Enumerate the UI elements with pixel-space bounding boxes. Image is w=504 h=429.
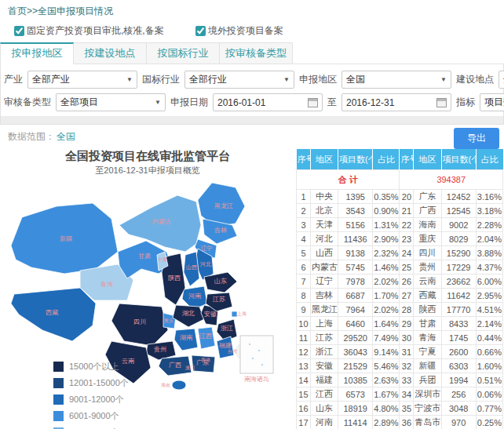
filter-label: 审核备类型	[4, 96, 51, 109]
count-cell: 11414	[338, 416, 373, 429]
export-button[interactable]: 导出	[454, 128, 499, 149]
filter-value: 全部行业	[189, 73, 227, 86]
region-cell: 海南	[414, 218, 441, 232]
start-date-input[interactable]: 2016-01-01	[213, 93, 323, 111]
tab-3[interactable]: 按国标行业	[147, 42, 220, 64]
count-cell: 3543	[338, 204, 373, 218]
legend-swatch-icon	[53, 378, 64, 388]
table-row: 13安徽215295.46%32新疆63031.60%	[297, 359, 503, 373]
data-range-value[interactable]: 全国	[57, 130, 75, 144]
checkbox-label: 固定资产投资项目审批,核准,备案	[27, 24, 164, 38]
pct-cell: 9.14%	[373, 345, 400, 359]
panel-footer-strip	[1, 116, 503, 124]
count-cell: 23662	[441, 274, 476, 289]
province-label: 陕西	[168, 274, 181, 282]
rank-cell: 33	[400, 373, 414, 387]
overseas-checkbox[interactable]	[195, 26, 206, 36]
count-cell: 7964	[338, 303, 373, 317]
legend-label: 15000个以上	[69, 361, 119, 373]
review-type-select[interactable]: 全部项目▼	[56, 93, 166, 111]
pct-cell: 0.25%	[476, 416, 502, 429]
province-label: 四川	[133, 318, 146, 325]
column-header: 序号	[400, 149, 414, 170]
pct-cell: 2.89%	[373, 416, 400, 429]
region-cell: 西藏	[414, 289, 441, 303]
checkbox-fixed-asset[interactable]: 固定资产投资项目审批,核准,备案	[14, 24, 164, 38]
region-label: 澳门	[185, 365, 195, 371]
table-row: 14福建103852.63%33兵团19940.51%	[297, 373, 503, 387]
rank-cell: 36	[400, 416, 414, 429]
pct-cell: 0.35%	[373, 190, 400, 204]
count-cell: 1745	[441, 331, 476, 345]
count-cell: 5156	[338, 218, 373, 232]
indicator-select[interactable]: 项目数▼	[480, 93, 504, 111]
rank-cell: 29	[400, 317, 414, 331]
filter-field: 国标行业全部行业▼	[142, 71, 299, 89]
pct-cell: 3.88%	[476, 246, 502, 260]
rank-cell: 26	[400, 274, 414, 289]
calendar-icon	[308, 98, 318, 107]
filter-label: 国标行业	[142, 73, 180, 86]
filter-label: 建设地点	[456, 73, 494, 86]
rank-cell: 6	[297, 260, 311, 274]
pct-cell: 2.02%	[373, 303, 400, 317]
count-cell: 12545	[441, 204, 476, 218]
table-row: 10上海64601.64%29甘肃84332.14%	[297, 317, 503, 331]
table-row: 1中央13950.35%20广东124523.16%	[297, 190, 503, 204]
table-row: 17河南114142.89%36青岛市9700.25%	[297, 416, 503, 429]
pct-cell: 2.90%	[373, 232, 400, 246]
tab-2[interactable]: 按建设地点	[74, 42, 147, 64]
island-dot-icon	[261, 364, 263, 365]
chevron-down-icon: ▼	[283, 76, 290, 83]
legend-label: 6001-9000个	[69, 410, 119, 422]
construction-site-select[interactable]: 全部▼	[499, 71, 504, 89]
checkbox-overseas[interactable]: 境外投资项目备案	[195, 24, 283, 38]
region-cell: 陕西	[414, 303, 441, 317]
count-cell: 6460	[338, 317, 373, 331]
table-row: 16山东189194.80%35宁波市30480.77%	[297, 402, 503, 416]
rank-cell: 9	[297, 303, 311, 317]
legend-label: 9001-12000个	[69, 394, 124, 405]
province-label: 辽宁	[201, 245, 212, 251]
province-region[interactable]	[172, 380, 186, 390]
total-value: 394387	[400, 170, 503, 190]
industry-select[interactable]: 全部产业▼	[27, 71, 137, 89]
rank-cell: 12	[297, 345, 311, 359]
rank-cell: 34	[400, 387, 414, 402]
table-row: 4河北114362.90%23重庆80292.04%	[297, 232, 503, 246]
rank-cell: 17	[297, 416, 311, 429]
breadcrumb[interactable]: 首页>>全国申报项目情况	[0, 0, 504, 18]
province-region[interactable]	[232, 311, 237, 317]
rank-cell: 30	[400, 331, 414, 345]
province-label: 浙江	[221, 325, 233, 332]
pct-cell: 0.66%	[476, 345, 502, 359]
legend-swatch-icon	[53, 362, 64, 372]
filter-value: 全部项目	[60, 96, 98, 109]
filter-field: 产业全部产业▼	[4, 71, 142, 89]
province-label: 西藏	[46, 309, 59, 316]
gb-industry-select[interactable]: 全部行业▼	[184, 71, 294, 89]
pct-cell: 1.46%	[373, 260, 400, 274]
region-cell: 新疆	[414, 359, 441, 373]
tab-1[interactable]: 按申报地区	[0, 42, 74, 64]
table-row: 8吉林66871.70%27西藏116422.95%	[297, 289, 503, 303]
data-table: 序号地区项目数(个)占比序号地区项目数(个)占比 合 计 394387 1中央1…	[296, 149, 503, 429]
table-panel: 序号地区项目数(个)占比序号地区项目数(个)占比 合 计 394387 1中央1…	[295, 147, 504, 429]
count-cell: 17770	[441, 303, 476, 317]
declare-region-select[interactable]: 全国▼	[341, 71, 451, 89]
column-header: 占比	[476, 149, 502, 170]
legend-swatch-icon	[53, 411, 64, 421]
rank-cell: 23	[400, 232, 414, 246]
rank-cell: 28	[400, 303, 414, 317]
count-cell: 1395	[338, 190, 373, 204]
fixed-asset-checkbox[interactable]	[14, 26, 24, 36]
island-dot-icon	[258, 350, 260, 351]
tab-4[interactable]: 按审核备类型	[220, 42, 293, 64]
region-cell: 天津	[310, 218, 338, 232]
count-cell: 7978	[338, 274, 373, 289]
pct-cell: 2.14%	[476, 317, 502, 331]
pct-cell: 1.31%	[373, 218, 400, 232]
end-date-input[interactable]: 2016-12-31	[341, 93, 451, 111]
region-label: 香港	[201, 357, 210, 363]
province-label: 河南	[188, 293, 202, 300]
